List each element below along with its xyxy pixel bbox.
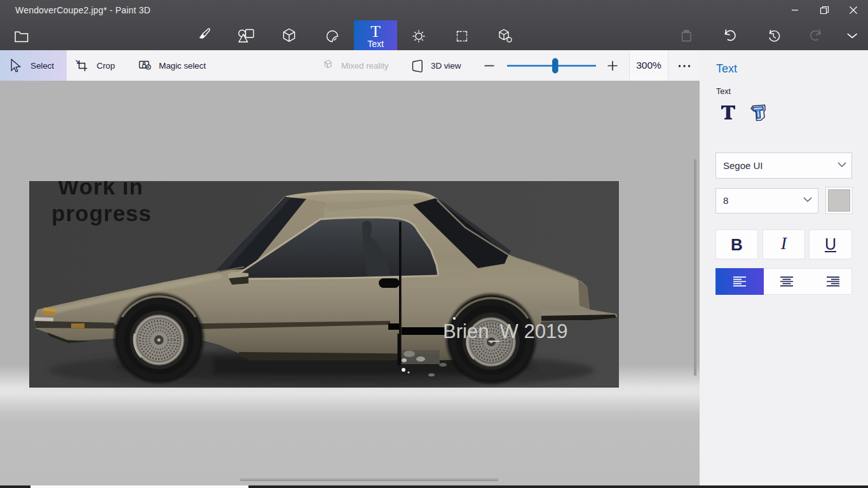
svg-text:Brien_W 2019: Brien_W 2019 [443,320,567,342]
svg-text:progress: progress [51,201,152,226]
svg-text:Work in: Work in [58,181,144,199]
